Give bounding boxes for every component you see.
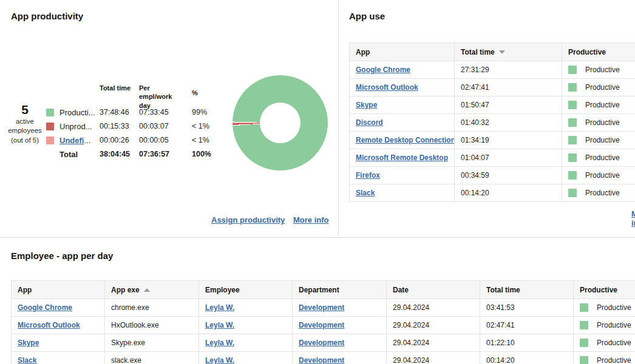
app-link[interactable]: Slack: [18, 356, 36, 364]
app-link[interactable]: Google Chrome: [356, 66, 410, 74]
app-link[interactable]: Firefox: [356, 171, 380, 180]
employee-link[interactable]: Leyla W.: [205, 356, 234, 364]
app-use-header-app[interactable]: App: [350, 43, 455, 61]
unproductive-total-time: 00:15:33: [100, 120, 139, 133]
assign-productivity-link[interactable]: Assign productivity: [211, 215, 285, 224]
department-link[interactable]: Development: [299, 321, 344, 329]
employee-app-per-day-title: Employee - app per day: [11, 251, 113, 261]
app-exe-value: HxOutlook.exe: [105, 317, 199, 334]
productive-swatch-icon: [568, 171, 577, 180]
table-row: Firefox 00:34:59 Productive: [350, 167, 635, 184]
unproductive-swatch-icon: [46, 123, 54, 130]
sort-asc-icon: [144, 288, 150, 292]
app-exe-value: Skype.exe: [105, 334, 199, 352]
app-use-more-info-link[interactable]: More info: [631, 209, 635, 228]
department-link[interactable]: Development: [299, 303, 344, 312]
app-link[interactable]: Google Chrome: [18, 303, 72, 312]
productive-label: Productive: [597, 321, 631, 329]
app-link[interactable]: Microsoft Outlook: [356, 83, 418, 92]
productivity-donut-chart[interactable]: [233, 75, 328, 170]
app-use-panel: App use App Total time Productive Google…: [339, 0, 635, 237]
total-time-value: 01:22:10: [480, 334, 574, 352]
app-use-table: App Total time Productive Google Chrome …: [349, 42, 635, 202]
productive-swatch-icon: [568, 136, 577, 144]
table-row: Remote Desktop Connection 01:34:19 Produ…: [350, 132, 635, 149]
app-use-header-productive[interactable]: Productive: [562, 43, 635, 61]
department-link[interactable]: Development: [299, 339, 344, 347]
app-link[interactable]: Discord: [356, 118, 383, 127]
employee-link[interactable]: Leyla W.: [205, 339, 234, 347]
legend-header-spacer: [46, 84, 100, 106]
app-link[interactable]: Skype: [18, 339, 39, 347]
table-row: Skype 01:50:47 Productive: [350, 96, 635, 114]
undefined-label-suffix: ...: [84, 136, 90, 145]
unproductive-pct: < 1%: [192, 120, 225, 133]
table-row: Discord 01:40:32 Productive: [350, 114, 635, 132]
undefined-link[interactable]: Undefi: [59, 136, 84, 145]
table-row: Google Chrome chrome.exe Leyla W. Develo…: [12, 299, 635, 317]
employee-header-productive[interactable]: Productive: [574, 281, 635, 299]
employee-header-total-time[interactable]: Total time: [480, 281, 574, 299]
productive-swatch-icon: [568, 153, 577, 162]
productive-label: Productive: [585, 66, 620, 74]
total-time-value: 02:47:41: [455, 79, 562, 96]
app-link[interactable]: Remote Desktop Connection: [356, 136, 455, 144]
total-time-value: 01:50:47: [455, 96, 562, 114]
sort-desc-icon: [499, 50, 505, 54]
table-row: Slack 00:14:20 Productive: [350, 184, 635, 202]
active-employees-count: 5: [2, 102, 47, 117]
employee-header-app-exe[interactable]: App exe: [105, 281, 199, 299]
total-time-value: 03:41:53: [480, 299, 574, 317]
productive-label: Productive: [585, 189, 620, 197]
date-value: 29.04.2024: [387, 299, 480, 317]
productive-total-time: 37:48:46: [100, 106, 139, 120]
total-time-value: 00:34:59: [455, 167, 562, 184]
unproductive-per-empl: 00:03:07: [139, 120, 192, 133]
productive-swatch-icon: [568, 83, 577, 92]
productive-label: Productive: [585, 83, 620, 92]
app-use-title: App use: [349, 11, 385, 21]
productive-label: Productive: [597, 303, 631, 312]
date-value: 29.04.2024: [387, 352, 480, 364]
table-row: Microsoft Remote Desktop 01:04:07 Produc…: [350, 149, 635, 167]
undefined-total-time: 00:00:26: [100, 133, 139, 147]
table-row: Microsoft Outlook 02:47:41 Productive: [350, 79, 635, 96]
productive-pct: 99%: [192, 106, 225, 120]
legend-row-undefined: Undefi...: [46, 133, 100, 147]
productive-swatch-icon: [568, 189, 577, 197]
donut-hole: [260, 103, 301, 143]
app-link[interactable]: Slack: [356, 189, 375, 197]
total-row-label: Total: [46, 147, 100, 161]
app-use-header-total-time[interactable]: Total time: [455, 43, 562, 61]
employee-header-employee[interactable]: Employee: [199, 281, 293, 299]
panel-divider-vertical: [338, 0, 339, 237]
department-link[interactable]: Development: [299, 356, 344, 364]
table-row: Google Chrome 27:31:29 Productive: [350, 61, 635, 79]
total-time-value: 01:34:19: [455, 132, 562, 149]
productive-label: Productive: [585, 171, 620, 180]
employee-link[interactable]: Leyla W.: [205, 321, 234, 329]
employee-header-date[interactable]: Date: [387, 281, 480, 299]
employee-header-app[interactable]: App: [12, 281, 105, 299]
app-link[interactable]: Microsoft Remote Desktop: [356, 153, 448, 162]
productive-label: Productive: [585, 118, 620, 127]
total-row-total-time: 38:04:45: [100, 147, 139, 161]
table-row: Skype Skype.exe Leyla W. Development 29.…: [12, 334, 635, 352]
employee-app-table: App App exe Employee Department Date Tot…: [11, 280, 635, 364]
employee-link[interactable]: Leyla W.: [205, 303, 234, 312]
productive-swatch-icon: [46, 109, 54, 116]
employee-header-department[interactable]: Department: [293, 281, 387, 299]
active-employees-label-line3: (out of 5): [2, 136, 47, 145]
productive-swatch-icon: [580, 303, 588, 312]
active-employees-label-line2: employees: [2, 126, 47, 135]
date-value: 29.04.2024: [387, 334, 480, 352]
total-row-per-empl: 07:36:57: [139, 147, 192, 161]
total-time-value: 02:47:41: [480, 317, 574, 334]
legend-label-productive: Producti...: [59, 108, 95, 117]
productive-label: Productive: [585, 153, 620, 162]
total-time-value: 27:31:29: [455, 61, 562, 79]
total-time-value: 01:40:32: [455, 114, 562, 132]
more-info-link[interactable]: More info: [293, 215, 329, 224]
app-link[interactable]: Skype: [356, 101, 377, 109]
app-link[interactable]: Microsoft Outlook: [18, 321, 80, 329]
